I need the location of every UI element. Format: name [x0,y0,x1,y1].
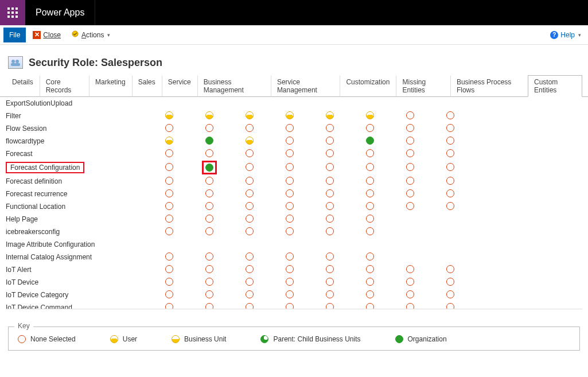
privilege-cell[interactable] [189,251,229,263]
privilege-cell[interactable] [189,263,229,276]
privilege-cell[interactable] [149,263,189,276]
tab-missing-entities[interactable]: Missing Entities [396,75,450,97]
privilege-cell[interactable] [149,251,189,263]
tab-sales[interactable]: Sales [132,75,162,97]
privilege-cell[interactable] [189,226,229,238]
privilege-cell[interactable] [149,122,189,135]
privilege-cell[interactable] [229,213,270,226]
privilege-cell[interactable] [430,226,470,238]
privilege-cell[interactable] [229,135,270,147]
privilege-cell[interactable] [270,200,310,213]
privilege-cell[interactable] [310,110,350,122]
privilege-cell[interactable] [350,301,390,309]
privilege-cell[interactable] [270,110,310,122]
privilege-cell[interactable] [390,200,430,213]
privilege-cell[interactable] [270,160,310,175]
privilege-cell[interactable] [350,226,390,238]
privilege-cell[interactable] [149,226,189,238]
privilege-cell[interactable] [430,97,470,110]
privilege-cell[interactable] [430,200,470,213]
privilege-cell[interactable] [310,200,350,213]
privilege-cell[interactable] [270,289,310,301]
privilege-cell[interactable] [350,213,390,226]
tab-business-process-flows[interactable]: Business Process Flows [450,75,528,97]
privilege-cell[interactable] [310,97,350,110]
privilege-cell[interactable] [149,276,189,289]
tab-marketing[interactable]: Marketing [89,75,132,97]
privilege-cell[interactable] [350,110,390,122]
actions-menu[interactable]: Actions [68,28,114,41]
tab-custom-entities[interactable]: Custom Entities [528,75,582,97]
privilege-cell[interactable] [270,175,310,188]
privilege-cell[interactable] [350,251,390,263]
privilege-cell[interactable] [270,122,310,135]
privilege-cell[interactable] [310,188,350,200]
privilege-cell[interactable] [350,188,390,200]
privileges-scroll[interactable]: ExportSolutionUploadFilterFlow Sessionfl… [6,97,582,309]
privilege-cell[interactable] [430,160,470,175]
privilege-cell[interactable] [390,276,430,289]
privilege-cell[interactable] [350,175,390,188]
privilege-cell[interactable] [310,147,350,160]
privilege-cell[interactable] [310,276,350,289]
privilege-cell[interactable] [229,160,270,175]
privilege-cell[interactable] [430,263,470,276]
privilege-cell[interactable] [189,135,229,147]
privilege-cell[interactable] [189,175,229,188]
privilege-cell[interactable] [229,147,270,160]
privilege-cell[interactable] [430,251,470,263]
privilege-cell[interactable] [310,251,350,263]
privilege-cell[interactable] [189,122,229,135]
app-launcher-button[interactable] [0,0,25,25]
privilege-cell[interactable] [149,289,189,301]
help-menu[interactable]: ? Help [550,31,585,39]
privilege-cell[interactable] [390,301,430,309]
privilege-cell[interactable] [310,135,350,147]
privilege-cell[interactable] [350,289,390,301]
privilege-cell[interactable] [390,160,430,175]
privilege-cell[interactable] [430,238,470,251]
privilege-cell[interactable] [350,276,390,289]
privilege-cell[interactable] [390,188,430,200]
privilege-cell[interactable] [430,276,470,289]
privilege-cell[interactable] [189,110,229,122]
close-button[interactable]: ✕ Close [29,29,64,41]
privilege-cell[interactable] [430,301,470,309]
privilege-cell[interactable] [430,289,470,301]
privilege-cell[interactable] [229,175,270,188]
privilege-cell[interactable] [189,213,229,226]
tab-details[interactable]: Details [6,75,40,97]
privilege-cell[interactable] [270,301,310,309]
privilege-cell[interactable] [390,135,430,147]
privilege-cell[interactable] [270,251,310,263]
privilege-cell[interactable] [149,110,189,122]
privilege-cell[interactable] [390,175,430,188]
privilege-cell[interactable] [390,147,430,160]
privilege-cell[interactable] [149,97,189,110]
privilege-cell[interactable] [229,301,270,309]
tab-business-management[interactable]: Business Management [197,75,271,97]
privilege-cell[interactable] [229,188,270,200]
privilege-cell[interactable] [270,263,310,276]
privilege-cell[interactable] [270,276,310,289]
privilege-cell[interactable] [270,188,310,200]
privilege-cell[interactable] [310,213,350,226]
privilege-cell[interactable] [390,238,430,251]
tab-customization[interactable]: Customization [340,75,396,97]
privilege-cell[interactable] [149,175,189,188]
tab-service[interactable]: Service [162,75,197,97]
privilege-cell[interactable] [229,251,270,263]
privilege-cell[interactable] [390,226,430,238]
privilege-cell[interactable] [189,200,229,213]
file-menu[interactable]: File [3,28,26,42]
privilege-cell[interactable] [229,289,270,301]
privilege-cell[interactable] [189,147,229,160]
privilege-cell[interactable] [350,122,390,135]
privilege-cell[interactable] [149,301,189,309]
privilege-cell[interactable] [149,238,189,251]
privilege-cell[interactable] [310,238,350,251]
privilege-cell[interactable] [149,200,189,213]
privilege-cell[interactable] [430,188,470,200]
privilege-cell[interactable] [229,122,270,135]
privilege-cell[interactable] [310,175,350,188]
